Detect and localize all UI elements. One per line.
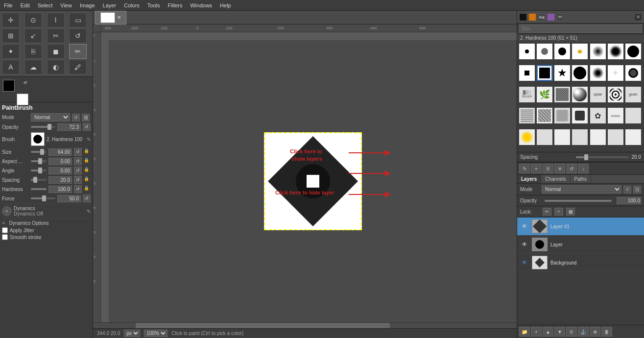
panel-icon-orange[interactable] (528, 13, 536, 21)
brush-preview[interactable] (31, 132, 45, 146)
spacing-lock[interactable]: 🔒 (84, 176, 91, 183)
dynamics-options-label[interactable]: Dynamics Options (9, 220, 48, 226)
brush-cell-13[interactable]: ✦ (608, 65, 623, 81)
layer-item-3[interactable]: 👁 Background (517, 254, 644, 272)
menu-windows[interactable]: Windows (186, 1, 216, 9)
brush-cell-4[interactable]: 😊 (572, 44, 588, 59)
zoom-select[interactable]: 100% (144, 330, 167, 337)
hardness-reset[interactable]: ↺ (74, 185, 82, 193)
brush-cell-8[interactable] (519, 65, 535, 81)
aspect-lock[interactable]: 🔒 (84, 158, 91, 165)
menu-tools[interactable]: Tools (143, 1, 164, 9)
opacity-slider[interactable] (31, 126, 55, 128)
tool-align[interactable]: ⊞ (2, 28, 20, 43)
mode-select[interactable]: Normal (31, 113, 70, 121)
brush-cell-27[interactable]: noise (608, 108, 623, 123)
brush-cell-1[interactable] (519, 44, 535, 59)
aspect-reset[interactable]: ↺ (74, 157, 82, 165)
layer-2-visibility[interactable]: 👁 (520, 240, 529, 249)
layers-action-duplicate[interactable]: ⎘ (566, 327, 577, 337)
lock-position-btn[interactable]: + (554, 208, 563, 216)
drawing-canvas[interactable] (264, 132, 362, 230)
brush-action-delete[interactable]: ✕ (554, 164, 565, 173)
brush-cell-23[interactable] (537, 108, 552, 123)
layers-action-anchor[interactable]: ⚓ (578, 327, 589, 337)
angle-slider[interactable] (31, 169, 47, 171)
brush-cell-18[interactable] (572, 87, 588, 102)
layers-mode-chain[interactable]: ⛓ (633, 186, 641, 193)
lock-pixels-btn[interactable]: ✏ (543, 208, 551, 216)
tool-heal[interactable]: ✦ (2, 44, 20, 59)
spacing-slider[interactable] (31, 179, 47, 181)
tool-transform[interactable]: ↙ (24, 28, 42, 43)
force-slider[interactable] (31, 197, 55, 199)
tab-paths[interactable]: Paths (571, 175, 592, 183)
brush-cell-11[interactable] (572, 65, 588, 81)
opacity-reset[interactable]: ↺ (83, 123, 91, 131)
tool-dodge[interactable]: ◐ (47, 60, 65, 74)
layers-action-merge[interactable]: ⊕ (590, 327, 600, 337)
brush-cell-10[interactable]: ★ (554, 65, 570, 81)
layers-action-new[interactable]: + (531, 327, 542, 337)
hardness-slider[interactable] (31, 188, 47, 190)
brush-cell-31[interactable] (554, 129, 570, 145)
brush-cell-19[interactable]: splat (590, 87, 606, 102)
spacing-reset[interactable]: ↺ (74, 176, 82, 184)
aspect-slider[interactable] (31, 160, 47, 162)
layers-mode-select[interactable]: Normal (542, 185, 621, 193)
angle-lock[interactable]: 🔒 (84, 167, 91, 174)
menu-filters[interactable]: Filters (164, 1, 187, 9)
tool-warp[interactable]: ↺ (69, 28, 87, 43)
menu-help[interactable]: Help (216, 1, 235, 9)
lock-alpha-btn[interactable]: ▩ (566, 208, 575, 216)
menu-file[interactable]: File (0, 1, 17, 9)
brush-cell-17[interactable] (554, 87, 570, 102)
tool-rect-select[interactable]: ▭ (69, 13, 87, 27)
brush-cell-2[interactable] (537, 44, 552, 59)
smooth-stroke-checkbox[interactable] (2, 234, 8, 240)
brush-cell-33[interactable] (590, 129, 606, 145)
tool-paintbrush[interactable]: ✏ (69, 44, 87, 59)
layer-item-2[interactable]: 👁 Layer (517, 236, 644, 254)
brush-cell-25[interactable] (572, 108, 588, 123)
hardness-lock[interactable]: 🔒 (84, 186, 91, 193)
dynamics-options-plus[interactable]: + (2, 220, 5, 226)
brush-cell-32[interactable] (572, 129, 588, 145)
brush-action-edit[interactable]: ✎ (519, 164, 530, 173)
menu-edit[interactable]: Edit (17, 1, 34, 9)
mode-reset[interactable]: ↺ (72, 114, 80, 121)
panel-icon-pencil[interactable]: ✏ (556, 13, 564, 21)
angle-input[interactable] (48, 167, 72, 174)
force-reset[interactable]: ↺ (83, 194, 91, 202)
brush-action-refresh[interactable]: ↺ (566, 164, 577, 173)
menu-colors[interactable]: Colors (120, 1, 143, 9)
brush-filter-input[interactable] (519, 24, 642, 33)
menu-layer[interactable]: Layer (99, 1, 120, 9)
brush-cell-20[interactable] (608, 87, 623, 102)
hardness-input[interactable] (48, 186, 72, 193)
tool-crop[interactable]: ✂ (47, 28, 65, 43)
tab-layers[interactable]: Layers (517, 175, 541, 183)
brush-cell-16[interactable]: 🌿 (537, 87, 552, 102)
brush-cell-21[interactable]: grain (625, 87, 641, 102)
tool-smudge[interactable]: ☁ (24, 60, 42, 74)
horizontal-scrollbar[interactable] (93, 322, 517, 328)
menu-image[interactable]: Image (76, 1, 99, 9)
brush-cell-28[interactable] (625, 108, 641, 123)
brush-cell-35[interactable] (625, 129, 641, 145)
unit-select[interactable]: px (124, 330, 140, 337)
brush-cell-9[interactable] (537, 65, 552, 81)
brush-spacing-slider[interactable] (576, 156, 629, 158)
layer-1-visibility[interactable]: 👁 (520, 222, 529, 231)
tool-fill[interactable]: ◼ (47, 44, 65, 59)
panel-icon-black[interactable] (519, 13, 527, 21)
layers-opacity-slider[interactable] (545, 200, 612, 202)
brush-cell-22[interactable] (519, 108, 535, 123)
tool-move[interactable]: ✛ (2, 13, 20, 27)
tool-color-picker[interactable]: 🖉 (69, 60, 87, 74)
brush-cell-6[interactable] (608, 44, 623, 59)
tool-text[interactable]: A (2, 60, 20, 74)
brush-cell-7[interactable] (625, 44, 641, 59)
tab-close-icon[interactable]: ✕ (117, 15, 121, 20)
layers-opacity-input[interactable] (617, 197, 641, 204)
